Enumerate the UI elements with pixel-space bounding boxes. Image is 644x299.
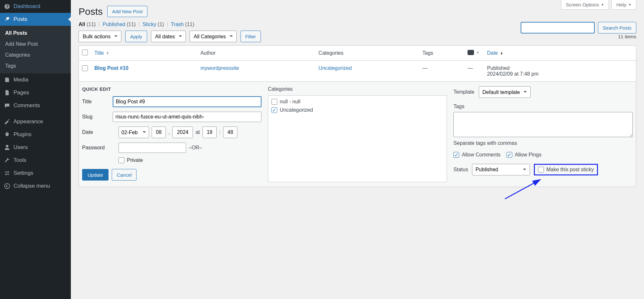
collapse-icon	[4, 183, 10, 189]
sidebar-item-users[interactable]: Users	[0, 141, 71, 154]
year-input[interactable]	[172, 126, 193, 138]
date-label: Date	[82, 129, 116, 135]
sidebar-label: Users	[14, 144, 28, 151]
media-icon	[4, 77, 10, 83]
sidebar-item-tools[interactable]: Tools	[0, 154, 71, 167]
post-category-link[interactable]: Uncategorized	[318, 65, 352, 71]
comments-icon	[4, 102, 10, 109]
help-button[interactable]: Help▼	[611, 0, 636, 10]
tags-textarea[interactable]	[453, 112, 633, 137]
cancel-button[interactable]: Cancel	[112, 169, 137, 181]
sort-icon: ▲▼	[106, 51, 109, 55]
slug-input[interactable]	[113, 112, 261, 122]
sidebar-item-plugins[interactable]: Plugins	[0, 128, 71, 141]
sidebar-item-comments[interactable]: Comments	[0, 99, 71, 112]
categories-label: Categories	[268, 86, 447, 92]
chevron-down-icon: ▼	[628, 3, 631, 6]
allow-comments-checkbox[interactable]: ✓	[453, 152, 459, 158]
sidebar-label: Media	[14, 77, 28, 83]
dashboard-icon	[4, 3, 10, 10]
search-box: Search Posts	[521, 22, 636, 33]
sidebar-label: Dashboard	[14, 3, 40, 10]
apply-button[interactable]: Apply	[125, 31, 147, 42]
allow-pings-checkbox[interactable]: ✓	[507, 152, 512, 158]
day-input[interactable]	[152, 126, 166, 138]
search-input[interactable]	[521, 22, 595, 33]
category-checkbox[interactable]	[271, 99, 277, 105]
sticky-checkbox[interactable]	[538, 167, 544, 173]
quick-edit-heading: QUICK EDIT	[82, 86, 261, 92]
pages-icon	[4, 89, 10, 96]
sticky-checkbox-label[interactable]: Make this post sticky	[534, 164, 598, 175]
sidebar-label: Settings	[14, 170, 33, 176]
sidebar-item-dashboard[interactable]: Dashboard	[0, 0, 71, 13]
title-input[interactable]	[113, 96, 261, 107]
filter-published[interactable]: Published	[102, 22, 125, 27]
category-checkbox-checked[interactable]: ✓	[271, 107, 277, 113]
password-input[interactable]	[118, 143, 186, 153]
main-content: Screen Options▼ Help▼ Posts Add New Post…	[71, 0, 644, 299]
filter-button[interactable]: Filter	[241, 31, 261, 42]
quick-edit-panel: QUICK EDIT Title Slug D	[79, 82, 636, 187]
col-title[interactable]: Title▲▼	[94, 50, 109, 56]
tags-label: Tags	[453, 104, 633, 109]
post-title-link[interactable]: Blog Post #10	[94, 65, 128, 71]
category-item[interactable]: ✓Uncategorized	[271, 107, 444, 113]
category-filter-select[interactable]: All Categories	[190, 31, 237, 42]
sidebar-item-media[interactable]: Media	[0, 73, 71, 86]
submenu-add-new[interactable]: Add New Post	[0, 39, 71, 50]
search-posts-button[interactable]: Search Posts	[598, 22, 636, 33]
plugins-icon	[4, 131, 10, 138]
filter-sticky[interactable]: Sticky	[143, 22, 156, 27]
filter-all[interactable]: All	[79, 22, 85, 27]
status-select[interactable]: Published	[472, 164, 530, 175]
sort-icon: ▲▼	[476, 51, 479, 54]
post-tags: —	[419, 61, 465, 82]
svg-point-0	[5, 183, 10, 189]
post-date: Published2024/02/09 at 7:48 pm	[484, 61, 636, 82]
allow-pings-label[interactable]: ✓Allow Pings	[507, 152, 542, 158]
col-date[interactable]: Date▲▼	[487, 50, 503, 56]
row-checkbox[interactable]	[82, 65, 88, 71]
add-new-post-button[interactable]: Add New Post	[107, 6, 147, 17]
hour-input[interactable]	[203, 126, 217, 138]
bulk-actions-select[interactable]: Bulk actions	[79, 31, 121, 42]
sidebar-item-appearance[interactable]: Appearance	[0, 115, 71, 128]
settings-icon	[4, 170, 10, 176]
screen-options-button[interactable]: Screen Options▼	[561, 0, 609, 10]
col-tags: Tags	[419, 46, 465, 61]
submenu-tags[interactable]: Tags	[0, 61, 71, 71]
sidebar-label: Appearance	[14, 118, 43, 125]
annotation-arrow	[502, 176, 547, 202]
items-count: 11 items	[618, 34, 636, 39]
title-label: Title	[82, 99, 110, 105]
select-all-checkbox[interactable]	[82, 50, 88, 55]
month-select[interactable]: 02-Feb	[118, 126, 149, 138]
submenu-categories[interactable]: Categories	[0, 50, 71, 61]
chevron-down-icon: ▼	[601, 3, 604, 6]
submenu-all-posts[interactable]: All Posts	[0, 28, 71, 39]
col-comments[interactable]: ▲▼	[468, 50, 479, 55]
template-select[interactable]: Default template	[479, 86, 531, 98]
filter-trash[interactable]: Trash	[171, 22, 184, 27]
sort-icon: ▲▼	[500, 51, 503, 55]
update-button[interactable]: Update	[82, 169, 109, 181]
private-checkbox[interactable]	[118, 157, 124, 163]
sidebar-item-settings[interactable]: Settings	[0, 167, 71, 180]
sidebar-collapse[interactable]: Collapse menu	[0, 180, 71, 192]
allow-comments-label[interactable]: ✓Allow Comments	[453, 152, 500, 158]
sidebar-label: Collapse menu	[14, 183, 50, 189]
template-label: Template	[453, 89, 474, 95]
sidebar-item-posts[interactable]: Posts	[0, 13, 71, 26]
category-item[interactable]: null - null	[271, 99, 444, 105]
posts-table: Title▲▼ Author Categories Tags ▲▼ Date▲▼…	[79, 45, 636, 187]
private-checkbox-label[interactable]: Private	[118, 157, 152, 163]
date-filter-select[interactable]: All dates	[151, 31, 186, 42]
sidebar-item-pages[interactable]: Pages	[0, 86, 71, 99]
post-author-link[interactable]: mywordpresssite	[200, 65, 239, 71]
minute-input[interactable]	[223, 126, 237, 138]
or-text: –OR–	[189, 145, 202, 151]
sidebar-label: Posts	[14, 16, 27, 23]
sidebar-label: Pages	[14, 89, 29, 96]
col-author: Author	[197, 46, 315, 61]
